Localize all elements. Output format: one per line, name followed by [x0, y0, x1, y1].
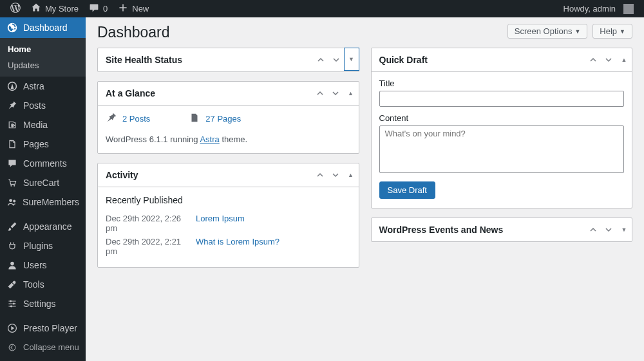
comments-count: 0 — [103, 4, 108, 14]
menu-label: Astra — [23, 81, 44, 91]
menu-label: Comments — [23, 158, 67, 169]
members-icon — [6, 197, 17, 207]
my-account-link[interactable]: Howdy, admin — [558, 0, 639, 17]
pin-icon — [106, 112, 117, 125]
title-label: Title — [379, 79, 625, 88]
astra-icon — [6, 81, 18, 91]
chevron-down-icon: ▼ — [574, 28, 580, 35]
activity-date: Dec 29th 2022, 2:26 pm — [106, 214, 189, 233]
menu-suremembers[interactable]: SureMembers — [0, 192, 86, 212]
menu-label: Posts — [23, 100, 46, 111]
wrench-icon — [6, 279, 18, 290]
menu-label: Tools — [23, 279, 44, 290]
svg-point-7 — [13, 303, 15, 305]
menu-dashboard[interactable]: Dashboard — [0, 17, 86, 38]
avatar — [623, 4, 634, 14]
menu-label: Media — [23, 120, 48, 130]
menu-settings[interactable]: Settings — [0, 294, 86, 313]
submenu-updates[interactable]: Updates — [0, 57, 86, 73]
activity-panel: Activity ▲ Recently Published Dec 29th 2… — [97, 163, 359, 268]
svg-point-6 — [10, 301, 12, 302]
page-title: Dashboard — [97, 24, 170, 41]
home-icon — [31, 3, 41, 15]
save-draft-button[interactable]: Save Draft — [379, 181, 435, 199]
wordpress-icon — [10, 3, 21, 15]
quick-draft-panel: Quick Draft ▲ Title Content — [371, 48, 633, 208]
site-name: My Store — [45, 4, 79, 14]
triangle-up-icon: ▲ — [348, 172, 354, 178]
plug-icon — [6, 241, 18, 251]
menu-plugins[interactable]: Plugins — [0, 236, 86, 255]
activity-post-link[interactable]: What is Lorem Ipsum? — [196, 237, 279, 256]
pages-icon — [6, 139, 18, 149]
menu-posts[interactable]: Posts — [0, 96, 86, 115]
svg-point-5 — [10, 262, 14, 266]
menu-label: Presto Player — [23, 323, 77, 333]
posts-count-link[interactable]: 2 Posts — [106, 112, 150, 125]
activity-post-link[interactable]: Lorem Ipsum — [196, 214, 245, 233]
draft-title-input[interactable] — [379, 91, 625, 107]
wp-logo[interactable] — [5, 0, 26, 17]
sliders-icon — [6, 299, 18, 309]
screen-options-button[interactable]: Screen Options ▼ — [507, 24, 588, 39]
chevron-down-icon — [332, 89, 339, 97]
site-name-link[interactable]: My Store — [26, 0, 84, 17]
comment-icon — [89, 3, 99, 15]
menu-tools[interactable]: Tools — [0, 275, 86, 294]
move-down-button[interactable] — [328, 163, 343, 187]
move-up-button[interactable] — [313, 48, 328, 71]
admin-sidebar: Dashboard Home Updates Astra Posts Media… — [0, 17, 86, 361]
menu-pages[interactable]: Pages — [0, 134, 86, 154]
menu-label: SureCart — [23, 178, 59, 188]
menu-astra[interactable]: Astra — [0, 77, 86, 96]
new-content-link[interactable]: New — [113, 0, 154, 17]
draft-content-textarea[interactable] — [379, 125, 625, 173]
menu-label: Settings — [23, 299, 56, 309]
menu-label: Plugins — [23, 241, 53, 251]
cart-icon — [6, 178, 18, 188]
menu-presto[interactable]: Presto Player — [0, 319, 86, 338]
menu-label: SureMembers — [23, 197, 79, 207]
menu-collapse[interactable]: Collapse menu — [0, 338, 86, 356]
svg-point-10 — [9, 344, 15, 351]
menu-media[interactable]: Media — [0, 115, 86, 134]
comments-link[interactable]: 0 — [84, 0, 113, 17]
toggle-panel-button[interactable]: ▲ — [616, 48, 632, 71]
chevron-down-icon — [605, 226, 612, 234]
move-down-button[interactable] — [328, 82, 343, 105]
move-up-button[interactable] — [585, 48, 601, 71]
theme-link[interactable]: Astra — [200, 134, 219, 144]
move-down-button[interactable] — [328, 48, 344, 71]
toggle-panel-button[interactable]: ▲ — [343, 82, 359, 105]
toggle-panel-button[interactable]: ▼ — [616, 218, 632, 241]
help-button[interactable]: Help ▼ — [592, 24, 632, 39]
comment-icon — [6, 158, 18, 169]
toggle-panel-button[interactable]: ▲ — [343, 163, 359, 187]
greeting: Howdy, admin — [564, 4, 616, 14]
wp-version-text: WordPress 6.1.1 running Astra theme. — [106, 134, 351, 144]
panel-title: Activity — [98, 163, 146, 187]
panel-title: Quick Draft — [372, 48, 435, 71]
menu-appearance[interactable]: Appearance — [0, 217, 86, 236]
activity-heading: Recently Published — [106, 194, 351, 207]
svg-point-8 — [10, 306, 12, 308]
new-label: New — [132, 4, 149, 14]
move-down-button[interactable] — [601, 48, 616, 71]
move-down-button[interactable] — [601, 218, 616, 241]
submenu-home[interactable]: Home — [0, 41, 86, 57]
toggle-panel-button[interactable]: ▼ — [344, 48, 359, 71]
move-up-button[interactable] — [585, 218, 601, 241]
pin-icon — [6, 100, 18, 111]
menu-label: Appearance — [23, 221, 72, 232]
menu-surecart[interactable]: SureCart — [0, 173, 86, 192]
dashboard-icon — [6, 22, 18, 33]
move-up-button[interactable] — [312, 163, 328, 187]
pages-count-link[interactable]: 27 Pages — [189, 112, 241, 125]
chevron-down-icon — [332, 56, 340, 64]
triangle-up-icon: ▲ — [348, 90, 354, 97]
menu-label: Users — [23, 260, 47, 270]
move-up-button[interactable] — [312, 82, 328, 105]
menu-comments[interactable]: Comments — [0, 154, 86, 173]
menu-users[interactable]: Users — [0, 255, 86, 275]
chevron-up-icon — [316, 171, 324, 179]
